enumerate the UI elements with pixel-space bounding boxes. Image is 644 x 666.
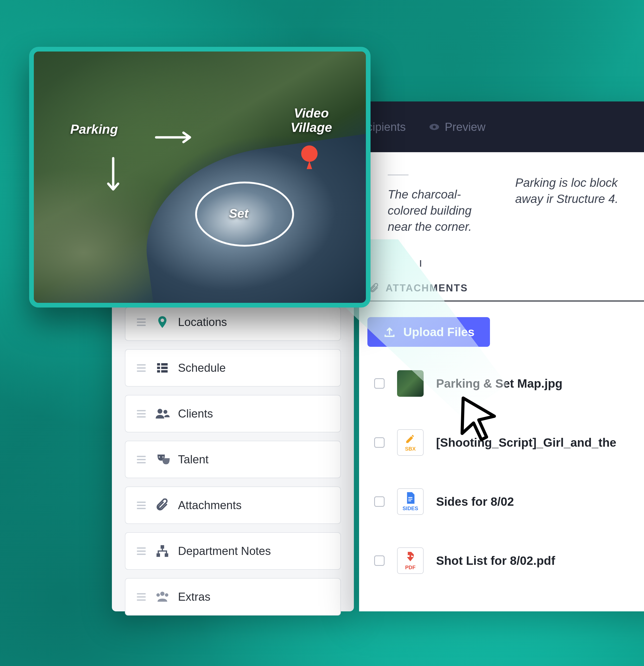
- pin-icon: [155, 315, 170, 329]
- svg-point-17: [301, 145, 318, 162]
- sidebar-item-label: Talent: [178, 453, 208, 466]
- file-row[interactable]: Parking & Set Map.jpg: [374, 370, 644, 397]
- group-icon: [155, 590, 170, 604]
- note-text: Parking is loc block away ir Structure 4…: [515, 176, 618, 206]
- tab-label: cipients: [367, 120, 406, 134]
- map-label-parking: Parking: [70, 122, 118, 137]
- file-badge: PDF: [405, 564, 416, 571]
- tab-label: Preview: [445, 120, 486, 134]
- sidebar-item-label: Extras: [178, 590, 210, 603]
- pencil-icon: [405, 434, 416, 444]
- svg-point-11: [160, 592, 164, 596]
- note-text: The charcoal-colored building near the c…: [388, 188, 472, 233]
- drag-handle-icon[interactable]: [137, 456, 146, 463]
- sidebar-item-label: Locations: [178, 316, 227, 329]
- section-title: ATTACHMENTS: [386, 282, 468, 294]
- main-panel: cipients Preview The charcoal-colored bu…: [359, 102, 644, 611]
- sidebar-item-department-notes[interactable]: Department Notes: [125, 532, 341, 570]
- file-thumbnail: [397, 370, 423, 397]
- file-thumbnail: PDF: [397, 547, 423, 574]
- drag-handle-icon[interactable]: [137, 364, 146, 372]
- file-row[interactable]: PDF Shot List for 8/02.pdf: [374, 547, 644, 574]
- file-list: Parking & Set Map.jpg SBX [Shooting_Scri…: [374, 370, 644, 574]
- sidebar-item-schedule[interactable]: Schedule: [125, 349, 341, 387]
- document-icon: [405, 492, 415, 504]
- svg-point-15: [433, 125, 436, 128]
- org-chart-icon: [155, 544, 170, 558]
- paperclip-icon: [369, 283, 379, 294]
- location-note: The charcoal-colored building near the c…: [359, 168, 500, 235]
- map-preview: Parking Video Village Set: [29, 47, 370, 308]
- sidebar-item-attachments[interactable]: Attachments: [125, 487, 341, 524]
- svg-rect-8: [160, 545, 164, 549]
- sidebar-item-label: Attachments: [178, 499, 242, 512]
- file-name: Shot List for 8/02.pdf: [436, 554, 555, 568]
- checkbox[interactable]: [374, 496, 385, 507]
- file-name: Parking & Set Map.jpg: [436, 376, 562, 390]
- sidebar-item-clients[interactable]: Clients: [125, 395, 341, 432]
- attachments-header: ATTACHMENTS: [367, 282, 644, 301]
- svg-rect-5: [161, 370, 168, 372]
- svg-rect-9: [157, 553, 160, 557]
- svg-rect-3: [161, 367, 168, 369]
- upload-files-button[interactable]: Upload Files: [367, 317, 490, 347]
- label-line: Village: [291, 120, 332, 135]
- masks-icon: [155, 452, 170, 467]
- divider: [388, 175, 408, 175]
- tabs-bar: cipients Preview: [359, 102, 644, 152]
- map-label-set: Set: [229, 206, 248, 221]
- svg-rect-4: [157, 370, 160, 372]
- svg-point-7: [163, 410, 167, 414]
- people-icon: [155, 406, 170, 421]
- file-badge: SBX: [405, 446, 416, 452]
- drag-handle-icon[interactable]: [137, 318, 146, 326]
- checkbox[interactable]: [374, 556, 385, 566]
- drag-handle-icon[interactable]: [137, 547, 146, 555]
- tab-recipients[interactable]: cipients: [367, 120, 406, 134]
- stray-char: ı: [359, 256, 644, 282]
- checkbox[interactable]: [374, 378, 385, 389]
- file-thumbnail: SIDES: [397, 488, 423, 515]
- file-name: Sides for 8/02: [436, 494, 514, 509]
- sidebar-item-label: Schedule: [178, 361, 226, 374]
- svg-point-12: [156, 593, 160, 597]
- svg-rect-0: [157, 363, 160, 366]
- file-badge: SIDES: [402, 506, 418, 511]
- file-name: [Shooting_Script]_Girl_and_the: [436, 436, 616, 450]
- file-row[interactable]: SIDES Sides for 8/02: [374, 488, 644, 515]
- label-line: Video: [294, 106, 329, 120]
- svg-rect-1: [161, 363, 168, 366]
- svg-point-13: [165, 593, 168, 597]
- svg-rect-2: [157, 367, 160, 369]
- svg-point-6: [157, 409, 162, 414]
- sidebar-item-locations[interactable]: Locations: [125, 307, 341, 341]
- file-row[interactable]: SBX [Shooting_Script]_Girl_and_the: [374, 429, 644, 456]
- arrow-down-icon: [104, 156, 122, 200]
- drag-handle-icon[interactable]: [137, 410, 146, 418]
- file-thumbnail: SBX: [397, 429, 423, 456]
- sidebar-item-label: Clients: [178, 407, 213, 420]
- drag-handle-icon[interactable]: [137, 593, 146, 601]
- arrow-right-icon: [154, 129, 201, 145]
- paperclip-icon: [155, 498, 170, 512]
- list-icon: [155, 361, 170, 375]
- sidebar-item-extras[interactable]: Extras: [125, 578, 341, 615]
- sidebar-item-label: Department Notes: [178, 544, 271, 558]
- upload-icon: [383, 326, 396, 338]
- svg-rect-10: [165, 553, 168, 557]
- tab-preview[interactable]: Preview: [429, 120, 486, 134]
- pdf-icon: [405, 551, 416, 563]
- button-label: Upload Files: [403, 325, 474, 339]
- notes-row: The charcoal-colored building near the c…: [359, 152, 644, 256]
- parking-note: Parking is loc block away ir Structure 4…: [500, 168, 640, 235]
- sidebar-item-talent[interactable]: Talent: [125, 441, 341, 478]
- eye-icon: [429, 123, 439, 131]
- map-label-video-village: Video Village: [291, 106, 332, 135]
- map-pin-icon: [300, 145, 318, 171]
- checkbox[interactable]: [374, 437, 385, 448]
- drag-handle-icon[interactable]: [137, 502, 146, 509]
